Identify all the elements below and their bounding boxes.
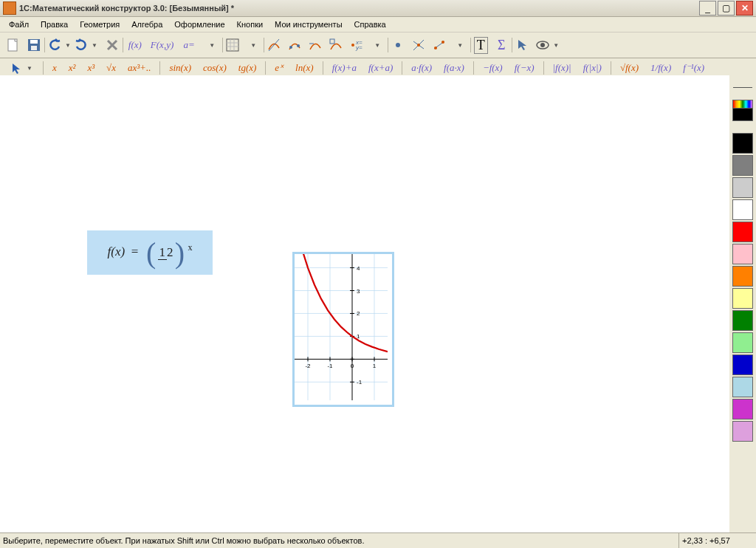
svg-point-17 xyxy=(434,47,437,49)
maximize-button[interactable]: ▢ xyxy=(718,1,735,16)
swatch-current[interactable] xyxy=(732,108,753,121)
fn-negf[interactable]: −f(x) xyxy=(477,62,509,74)
svg-point-20 xyxy=(540,43,545,47)
delete-button[interactable] xyxy=(103,35,122,55)
menu-algebra[interactable]: Алгебра xyxy=(126,18,168,30)
svg-rect-0 xyxy=(8,39,17,51)
fn-fxa[interactable]: f(x)+a xyxy=(326,62,362,74)
fn-x[interactable]: x xyxy=(47,62,63,74)
curve2-button[interactable] xyxy=(285,35,304,55)
menu-buttons[interactable]: Кнопки xyxy=(231,18,269,30)
menu-mytools[interactable]: Мои инструменты xyxy=(269,18,348,30)
undo-button[interactable] xyxy=(45,35,64,55)
curve1-button[interactable] xyxy=(264,35,284,55)
swatch-8[interactable] xyxy=(732,310,753,331)
point-button[interactable] xyxy=(388,35,408,55)
eye-button[interactable] xyxy=(533,35,552,55)
curve3-button[interactable] xyxy=(306,35,325,55)
text-button[interactable]: T xyxy=(471,35,490,55)
swatch-4[interactable] xyxy=(732,222,753,242)
fx-button[interactable]: f(x) xyxy=(123,35,147,55)
redo-button[interactable] xyxy=(72,35,91,55)
fn-cos[interactable]: cos(x) xyxy=(197,62,233,74)
intersect-button[interactable] xyxy=(409,35,428,55)
fn-fneg[interactable]: f(−x) xyxy=(509,62,540,74)
svg-text:-2: -2 xyxy=(305,363,311,369)
swatch-13[interactable] xyxy=(732,421,753,442)
swatch-0[interactable] xyxy=(732,133,753,154)
app-icon xyxy=(3,1,16,15)
point-dropdown-icon[interactable]: ▼ xyxy=(450,35,470,55)
grid-dropdown-icon[interactable]: ▼ xyxy=(244,35,263,55)
select-arrow-button[interactable] xyxy=(512,35,532,55)
sigma-button[interactable]: Σ xyxy=(492,35,511,55)
menu-help[interactable]: Справка xyxy=(348,18,392,30)
formula-object[interactable]: f(x) = ( 12 ) x xyxy=(87,230,213,275)
menu-edit[interactable]: Правка xyxy=(35,18,74,30)
canvas-workspace[interactable]: f(x) = ( 12 ) x -2-101-11234 xyxy=(0,75,729,533)
svg-text:4: 4 xyxy=(357,265,360,272)
fn-x3[interactable]: x³ xyxy=(81,62,100,74)
curve5-button[interactable]: x=y= xyxy=(347,35,366,55)
fn-ln[interactable]: ln(x) xyxy=(289,62,320,74)
svg-point-12 xyxy=(396,43,400,47)
swatch-5[interactable] xyxy=(732,244,753,264)
swatch-6[interactable] xyxy=(732,266,753,287)
fx-dropdown-icon[interactable]: ▼ xyxy=(202,35,221,55)
fn-exp[interactable]: eˣ xyxy=(269,62,289,74)
curve4-button[interactable] xyxy=(326,35,346,55)
fn-fabs[interactable]: f(|x|) xyxy=(577,62,608,74)
swatch-3[interactable] xyxy=(732,199,753,220)
fn-fxpa[interactable]: f(x+a) xyxy=(362,62,399,74)
line-points-button[interactable] xyxy=(430,35,449,55)
fn-poly[interactable]: ax³+.. xyxy=(122,62,157,74)
fn-fax[interactable]: f(a·x) xyxy=(438,62,470,74)
menu-format[interactable]: Оформление xyxy=(168,18,230,30)
svg-text:1: 1 xyxy=(373,363,377,369)
formula-exp: x xyxy=(188,242,192,253)
fn-sqrtf[interactable]: √f(x) xyxy=(614,62,645,74)
fn-sqrt[interactable]: √x xyxy=(100,62,122,74)
swatch-9[interactable] xyxy=(732,332,753,353)
new-button[interactable] xyxy=(4,35,23,55)
fn-sin[interactable]: sin(x) xyxy=(163,62,197,74)
undo-dropdown-icon[interactable]: ▼ xyxy=(65,42,71,49)
fn-x2[interactable]: x² xyxy=(63,62,82,74)
a-eq-button[interactable]: a= xyxy=(177,35,201,55)
curve-dropdown-icon[interactable]: ▼ xyxy=(368,35,387,55)
svg-text:2: 2 xyxy=(357,310,360,317)
menu-file[interactable]: Файл xyxy=(3,18,35,30)
menu-bar: Файл Правка Геометрия Алгебра Оформление… xyxy=(0,17,756,32)
fn-1overf[interactable]: 1/f(x) xyxy=(645,62,677,74)
swatch-12[interactable] xyxy=(732,399,753,419)
swatch-10[interactable] xyxy=(732,355,753,375)
status-coords: +2,33 : +6,57 xyxy=(679,536,756,545)
redo-dropdown-icon[interactable]: ▼ xyxy=(92,42,97,49)
close-button[interactable]: ✕ xyxy=(736,1,753,16)
fn-absf[interactable]: |f(x)| xyxy=(547,62,577,74)
swatch-11[interactable] xyxy=(732,377,753,397)
cursor-dropdown-icon[interactable]: ▼ xyxy=(27,65,32,72)
eye-dropdown-icon[interactable]: ▼ xyxy=(553,42,559,49)
swatch-2[interactable] xyxy=(732,177,753,198)
menu-geometry[interactable]: Геометрия xyxy=(74,18,126,30)
fn-tan[interactable]: tg(x) xyxy=(233,62,263,74)
fn-afx[interactable]: a·f(x) xyxy=(405,62,438,74)
window-title: 1С:Математический конструктор 3.0: [Безы… xyxy=(19,4,698,13)
swatch-1[interactable] xyxy=(732,155,753,176)
svg-text:0: 0 xyxy=(351,363,354,369)
swatch-spectrum-top[interactable] xyxy=(732,100,753,108)
svg-point-15 xyxy=(417,44,420,47)
swatch-7[interactable] xyxy=(732,288,753,309)
save-button[interactable] xyxy=(24,35,44,55)
grid-button[interactable] xyxy=(223,35,242,55)
chart-object[interactable]: -2-101-11234 xyxy=(292,252,394,407)
chart-plot: -2-101-11234 xyxy=(295,254,388,400)
fn-finv[interactable]: f⁻¹(x) xyxy=(677,62,710,74)
svg-text:-1: -1 xyxy=(357,379,362,386)
minimize-button[interactable]: _ xyxy=(699,1,716,16)
svg-text:y=: y= xyxy=(355,44,362,51)
main-toolbar: ▼ ▼ f(x) F(x,y) a= ▼ ▼ x=y= ▼ ▼ T Σ ▼ xyxy=(0,32,756,58)
Fxy-button[interactable]: F(x,y) xyxy=(148,35,176,55)
palette-line-icon[interactable] xyxy=(733,87,752,88)
